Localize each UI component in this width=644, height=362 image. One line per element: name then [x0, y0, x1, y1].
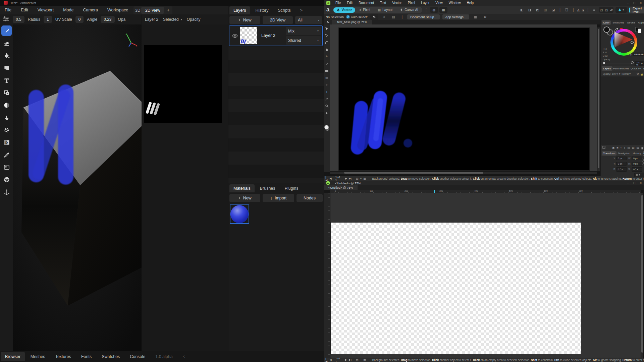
- maximize-icon[interactable]: □: [631, 1, 637, 5]
- page-last-icon[interactable]: ▶|: [349, 177, 352, 180]
- opacity-slider-knob[interactable]: [631, 61, 634, 64]
- persona-layout[interactable]: ▥ Layout: [374, 7, 396, 13]
- hand-tool-icon[interactable]: [325, 111, 329, 115]
- tab-path-brushes[interactable]: Path Brushes: [612, 66, 630, 71]
- w-value-field[interactable]: 0 px: [632, 157, 642, 160]
- radius-value[interactable]: 1: [44, 16, 52, 23]
- workspace-grid-button[interactable]: ▦: [439, 7, 447, 13]
- snap-scale-icon[interactable]: ▱: [610, 8, 613, 12]
- panel-chevron-icon[interactable]: ▾: [643, 151, 644, 156]
- tab-meshes[interactable]: Meshes: [26, 352, 50, 361]
- transform-options-dropdown[interactable]: ▨ ▾: [634, 173, 644, 177]
- tab-3d-view[interactable]: 3D View: [133, 8, 141, 13]
- boolean-divide-icon[interactable]: ◫: [542, 8, 549, 12]
- transform-anchor-widget[interactable]: [603, 158, 612, 167]
- rectangle-tool-icon[interactable]: ▭: [325, 76, 329, 80]
- tab-browser[interactable]: Browser: [1, 352, 25, 361]
- blur-tool-icon[interactable]: [1, 100, 12, 110]
- grid-toggle-icon[interactable]: ▦: [472, 15, 479, 19]
- layer-filter-dropdown[interactable]: All ▾: [295, 16, 322, 24]
- hex-value-field[interactable]: EBEBEB: [633, 53, 644, 56]
- add-image-icon[interactable]: ▣: [612, 146, 615, 149]
- tab-transform[interactable]: Transform: [602, 151, 616, 156]
- select-icon[interactable]: [602, 146, 605, 149]
- tab-history[interactable]: History: [252, 6, 273, 14]
- page-next-icon[interactable]: ▶: [345, 177, 347, 180]
- material-tool-icon[interactable]: [1, 174, 12, 185]
- node-op-icon[interactable]: ❏: [563, 8, 570, 12]
- vertical-scrollbar-1[interactable]: [597, 27, 600, 171]
- affinity2-artboard[interactable]: [331, 223, 581, 354]
- color-wheel[interactable]: [610, 29, 637, 56]
- export-png-button[interactable]: Export PNG ▾: [629, 7, 644, 13]
- move-tool-icon[interactable]: [325, 26, 329, 31]
- group-folder-icon[interactable]: ▧: [632, 146, 635, 149]
- tab-history[interactable]: History: [631, 151, 642, 156]
- tools-overflow-icon[interactable]: ⋯: [325, 118, 329, 122]
- uv-scale-value[interactable]: 0: [75, 16, 84, 23]
- decal-tool-icon[interactable]: [1, 63, 12, 73]
- af-menu-window[interactable]: Window: [446, 1, 464, 5]
- material-thumbnail-selected[interactable]: [230, 204, 249, 224]
- af-menu-file[interactable]: File: [332, 1, 344, 5]
- fx-icon[interactable]: ƒ: [624, 146, 625, 149]
- layers-2d-view-button[interactable]: 2D View: [263, 16, 293, 24]
- brush-tool-icon[interactable]: [325, 62, 329, 66]
- tab-navigator[interactable]: Navigator: [617, 151, 631, 156]
- persona-vector[interactable]: Vector: [333, 7, 355, 13]
- menu-viewport[interactable]: Viewport: [33, 6, 58, 14]
- page-next-icon[interactable]: ▶: [345, 358, 347, 361]
- tab-af-layers[interactable]: Layers: [602, 66, 612, 71]
- minimize-icon[interactable]: –: [625, 1, 631, 5]
- link-dimensions-icon[interactable]: [642, 159, 644, 166]
- affinity2-canvas-area[interactable]: [330, 193, 641, 358]
- trash-icon[interactable]: [641, 145, 644, 151]
- tab-console[interactable]: Console: [125, 352, 150, 361]
- collapse-chevron-icon[interactable]: <: [178, 352, 190, 361]
- viewport-3d[interactable]: [13, 24, 142, 351]
- fill-tool-icon[interactable]: [325, 69, 329, 73]
- tab-materials[interactable]: Materials: [229, 184, 255, 192]
- text-tool-icon[interactable]: T: [325, 90, 329, 94]
- canva-share-button[interactable]: ◍: [430, 7, 438, 13]
- tab-quick-fx[interactable]: Quick FX: [630, 66, 642, 71]
- primary-color-chip[interactable]: [638, 28, 641, 33]
- color-selector-ring[interactable]: [631, 41, 634, 44]
- boolean-add-icon[interactable]: ◧: [518, 8, 525, 12]
- app-settings-button[interactable]: App Settings...: [442, 14, 469, 19]
- tab-appearance[interactable]: Appearance: [637, 20, 644, 25]
- rotation-field[interactable]: 0 ° ▾: [616, 167, 627, 172]
- mirror-icon[interactable]: ◭: [576, 8, 580, 12]
- af-menu-pixel[interactable]: Pixel: [405, 1, 418, 5]
- tab-brushes[interactable]: Brushes: [256, 184, 279, 192]
- tab-fonts[interactable]: Fonts: [77, 352, 96, 361]
- eraser-tool-icon[interactable]: [1, 38, 12, 48]
- zoom-tool-icon[interactable]: [325, 104, 329, 108]
- layers-list-empty[interactable]: [601, 76, 644, 145]
- tab-styles[interactable]: Styles: [642, 66, 644, 71]
- pencil-tool-icon[interactable]: ✎: [325, 55, 329, 59]
- document-tab-1[interactable]: Test_base.png @ 71%: [332, 20, 372, 24]
- mask-icon[interactable]: ◙: [617, 146, 619, 149]
- document-tab-2[interactable]: <Untitled> @ 75%: [324, 185, 358, 190]
- h-value-field[interactable]: 0 px: [632, 162, 642, 166]
- tab-scripts[interactable]: Scripts: [274, 6, 294, 14]
- ellipse-tool-icon[interactable]: ○: [325, 83, 329, 87]
- fill-swatch-circle[interactable]: [603, 26, 610, 33]
- menu-workspace[interactable]: Workspace: [103, 6, 133, 14]
- corner-tool-icon[interactable]: [325, 41, 329, 45]
- tab-color[interactable]: Color: [602, 20, 611, 25]
- import-material-button[interactable]: ↓ Import: [263, 194, 294, 202]
- fill-stroke-swatch[interactable]: [324, 125, 329, 130]
- x-value-field[interactable]: 0 px: [616, 157, 627, 160]
- vertical-scrollbar-2[interactable]: [641, 193, 643, 358]
- af-menu-edit[interactable]: Edit: [344, 1, 356, 5]
- bring-front-icon[interactable]: ▤: [628, 146, 630, 149]
- clone-tool-icon[interactable]: [1, 87, 12, 98]
- tab-overflow-chevron-icon[interactable]: >: [296, 6, 307, 14]
- page-prev-icon[interactable]: ◀: [329, 358, 331, 361]
- toolbar-dots-icon[interactable]: ⋮: [422, 8, 430, 12]
- page-list-icon[interactable]: ≡: [360, 177, 362, 180]
- layers-opacity-dropdown[interactable]: 100 % ▾: [612, 72, 620, 75]
- maximize-icon[interactable]: □: [631, 181, 637, 185]
